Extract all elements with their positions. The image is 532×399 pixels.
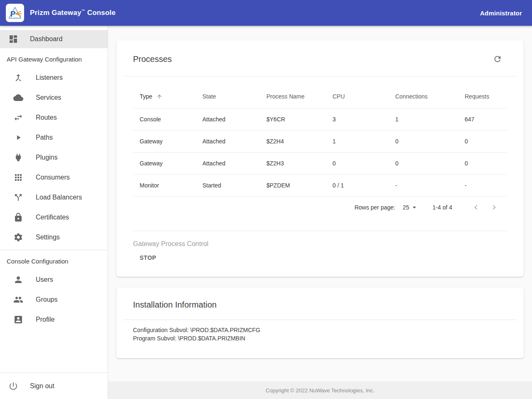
sidebar-item-groups[interactable]: Groups [0,290,108,310]
column-header-connections[interactable]: Connections [389,85,458,108]
cell-type: Monitor [133,174,196,196]
sidebar-item-dashboard[interactable]: Dashboard [0,30,108,48]
cell-state: Attached [196,152,260,174]
sidebar-item-listeners[interactable]: Listeners [0,68,108,88]
sidebar-item-profile[interactable]: Profile [0,310,108,330]
installation-title: Installation Information [133,300,507,310]
cell-requests: 0 [458,152,507,174]
sidebar-item-label: Listeners [36,74,63,81]
cell-requests: 647 [458,108,507,130]
lock-icon [13,212,23,222]
table-row: Monitor Started $PZDEM 0 / 1 - - [133,174,507,196]
app-bar: P Prizm Gateway™ Console Administrator [0,0,532,26]
prizm-logo: P [6,4,24,22]
cell-cpu: 1 [326,130,389,152]
next-page-button[interactable] [489,202,500,213]
processes-table: Type State Process Name CPU Connections … [116,76,524,197]
prizm-logo-icon: P [8,6,22,20]
sidebar-item-routes[interactable]: Routes [0,108,108,128]
sidebar-item-plugins[interactable]: Plugins [0,148,108,167]
dashboard-icon [8,34,18,44]
sidebar-item-sign-out[interactable]: Sign out [0,372,108,399]
pagination-range: 1-4 of 4 [433,204,452,211]
sidebar-item-certificates[interactable]: Certificates [0,207,108,227]
cell-cpu: 3 [326,108,389,130]
refresh-icon [493,54,502,64]
group-icon [13,295,23,305]
sidebar-item-label: Settings [36,234,60,241]
power-icon [8,381,18,391]
sidebar-item-label: Profile [36,316,54,323]
cell-process-name: $PZDEM [260,174,326,196]
sidebar-item-label: Paths [36,134,53,141]
sidebar-item-services[interactable]: Services [0,88,108,108]
cell-type: Gateway [133,130,196,152]
column-header-requests[interactable]: Requests [458,85,507,108]
cell-connections: 0 [389,152,458,174]
cell-process-name: $Y6CR [260,108,326,130]
cell-cpu: 0 [326,152,389,174]
rows-per-page-select[interactable]: 25 [403,203,419,212]
call-merge-icon [13,73,23,83]
column-header-state[interactable]: State [196,85,260,108]
copyright-text: Copyright © 2022 NuWave Technologies, In… [266,387,374,394]
cell-state: Attached [196,108,260,130]
sidebar-item-users[interactable]: Users [0,270,108,290]
sidebar-item-label: Plugins [36,154,57,161]
table-row: Gateway Attached $Z2H3 0 0 0 [133,152,507,174]
plug-icon [13,153,23,163]
column-header-process-name[interactable]: Process Name [260,85,326,108]
section-console-configuration: Console Configuration [0,250,108,270]
sidebar-item-label: Certificates [36,214,69,221]
cell-type: Console [133,108,196,130]
cell-process-name: $Z2H4 [260,130,326,152]
cell-state: Attached [196,130,260,152]
processes-card: Processes Type State [116,40,524,277]
sort-ascending-icon [156,94,163,100]
sidebar-item-settings[interactable]: Settings [0,227,108,247]
footer: Copyright © 2022 NuWave Technologies, In… [108,382,532,399]
app-title: Prizm Gateway™ Console [30,9,116,17]
column-header-type[interactable]: Type [133,85,196,108]
sign-out-label: Sign out [30,382,54,390]
sidebar-item-paths[interactable]: Paths [0,128,108,148]
gateway-process-control: Gateway Process Control STOP [116,231,524,277]
chevron-right-icon [490,203,499,212]
column-header-cpu[interactable]: CPU [326,85,389,108]
cell-process-name: $Z2H3 [260,152,326,174]
chevron-left-icon [471,203,480,212]
person-icon [13,275,23,285]
sidebar-item-label: Routes [36,114,57,121]
apps-icon [13,172,23,182]
refresh-button[interactable] [491,53,504,65]
swap-horiz-icon [13,113,23,123]
cell-requests: 0 [458,130,507,152]
program-subvol: Program Subvol: \PROD.$DATA.PRIZMBIN [133,334,507,342]
user-menu[interactable]: Administrator [480,10,522,17]
gear-icon [13,232,23,242]
table-header-row: Type State Process Name CPU Connections … [133,85,507,108]
cell-type: Gateway [133,152,196,174]
sidebar-item-label: Load Balancers [36,194,82,201]
sidebar-item-label: Groups [36,296,57,303]
previous-page-button[interactable] [470,202,481,213]
cell-connections: 1 [389,108,458,130]
sidebar-item-label: Users [36,276,53,283]
stop-button[interactable]: STOP [140,254,156,261]
configuration-subvol: Configuration Subvol: \PROD.$DATA.PRIZMC… [133,326,507,334]
sidebar: Dashboard API Gateway Configuration List… [0,26,108,399]
table-row: Gateway Attached $Z2H4 1 0 0 [133,130,507,152]
cell-connections: - [389,174,458,196]
table-row: Console Attached $Y6CR 3 1 647 [133,108,507,130]
svg-text:P: P [10,10,16,18]
sidebar-item-consumers[interactable]: Consumers [0,167,108,187]
installation-card: Installation Information Configuration S… [116,288,524,358]
rows-per-page-label: Rows per page: [355,204,395,211]
main-content: Processes Type State [108,26,532,399]
cell-state: Started [196,174,260,196]
sidebar-item-load-balancers[interactable]: Load Balancers [0,187,108,207]
processes-title: Processes [133,54,172,64]
table-pagination: Rows per page: 25 1-4 of 4 [116,197,524,218]
section-api-gateway-configuration: API Gateway Configuration [0,48,108,68]
play-arrow-icon [13,133,23,143]
